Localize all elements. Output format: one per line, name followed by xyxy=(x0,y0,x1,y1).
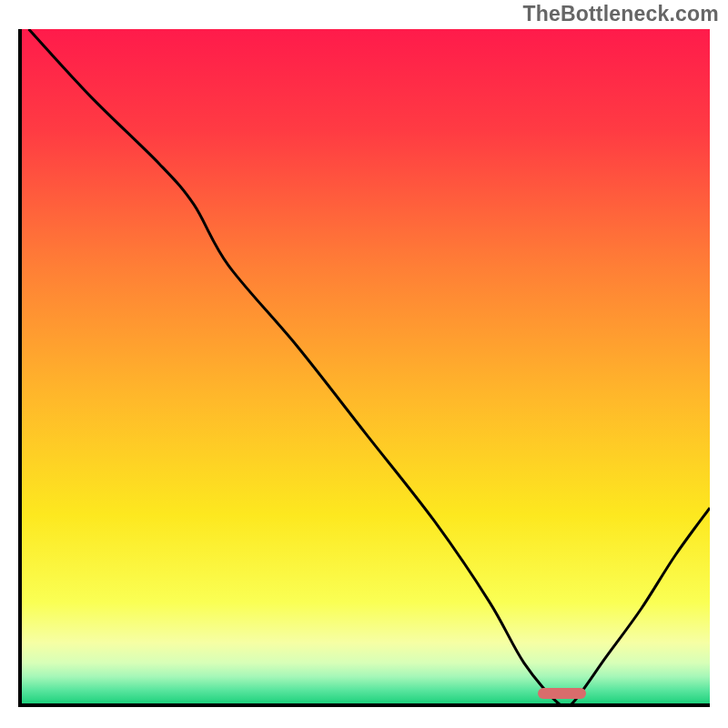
curve-path xyxy=(29,29,710,703)
plot-area xyxy=(18,29,710,707)
bottleneck-curve xyxy=(22,29,710,703)
optimum-marker xyxy=(538,688,586,699)
chart-container: TheBottleneck.com xyxy=(0,0,728,728)
watermark-label: TheBottleneck.com xyxy=(522,2,719,26)
